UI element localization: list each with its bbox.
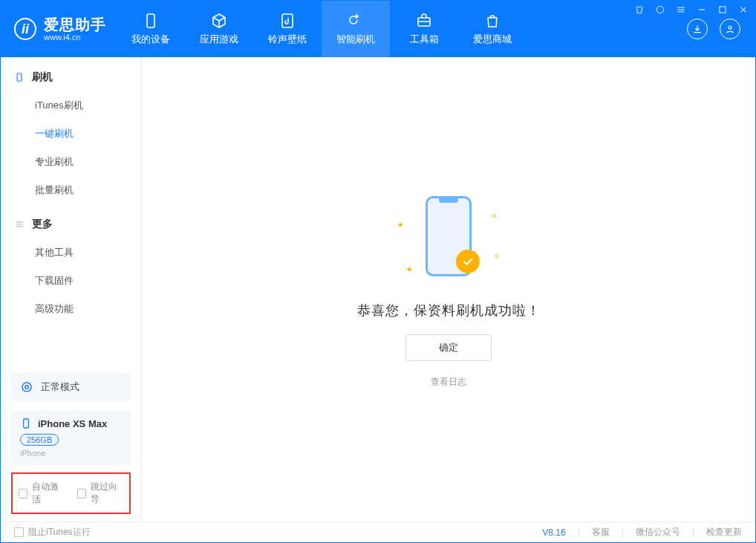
menu-icon[interactable] <box>676 4 686 17</box>
nav-ringtones[interactable]: 铃声壁纸 <box>253 1 322 57</box>
download-button[interactable] <box>687 19 708 39</box>
version-label: V8.16 <box>542 527 565 538</box>
app-name: 爱思助手 <box>44 16 106 33</box>
checkbox-icon <box>14 527 24 537</box>
sparkle-icon: ✦ <box>397 220 404 230</box>
sidebar-item-oneclick-flash[interactable]: 一键刷机 <box>1 120 141 148</box>
device-type: iPhone <box>20 449 122 458</box>
main-nav: 我的设备 应用游戏 铃声壁纸 智能刷机 工具箱 爱思商城 <box>117 1 527 57</box>
logo-icon: ii <box>14 18 36 40</box>
checkbox-auto-activate[interactable]: 自动激活 <box>19 481 65 506</box>
nav-label: 工具箱 <box>410 33 439 46</box>
toolbox-icon <box>415 12 433 30</box>
mode-card[interactable]: 正常模式 <box>11 373 131 401</box>
shirt-icon[interactable] <box>634 4 645 17</box>
close-button[interactable] <box>738 4 749 17</box>
mode-label: 正常模式 <box>41 380 79 394</box>
minimize-button[interactable] <box>697 4 707 17</box>
svg-point-8 <box>25 386 29 389</box>
nav-label: 我的设备 <box>131 33 170 46</box>
sidebar-group-label: 刷机 <box>32 71 53 84</box>
sidebar-group-flash: 刷机 <box>1 57 141 91</box>
checkbox-label: 自动激活 <box>32 481 65 506</box>
music-icon <box>278 12 296 30</box>
nav-toolbox[interactable]: 工具箱 <box>390 1 458 57</box>
svg-point-3 <box>729 26 731 29</box>
footer-link-support[interactable]: 客服 <box>592 526 610 539</box>
svg-point-4 <box>656 6 663 13</box>
logo-area: ii 爱思助手 www.i4.cn <box>1 1 117 57</box>
ok-button[interactable]: 确定 <box>405 334 492 361</box>
view-log-link[interactable]: 查看日志 <box>431 376 466 388</box>
refresh-icon <box>347 12 365 30</box>
nav-label: 铃声壁纸 <box>268 33 307 46</box>
nav-label: 爱思商城 <box>473 33 512 46</box>
svg-rect-1 <box>282 14 293 27</box>
device-name: iPhone XS Max <box>38 418 107 429</box>
sidebar-group-more: 更多 <box>1 204 141 238</box>
svg-rect-6 <box>17 74 22 82</box>
nav-my-device[interactable]: 我的设备 <box>117 1 185 57</box>
check-circle-icon <box>456 250 480 273</box>
title-bar: ii 爱思助手 www.i4.cn 我的设备 应用游戏 铃声壁纸 智能刷机 工具… <box>1 1 755 57</box>
sidebar-item-batch-flash[interactable]: 批量刷机 <box>1 176 141 204</box>
window-controls <box>634 4 749 17</box>
svg-point-7 <box>22 383 31 391</box>
checkbox-icon <box>19 489 27 498</box>
status-bar: 阻止iTunes运行 V8.16 | 客服 | 微信公众号 | 检查更新 <box>1 521 755 542</box>
sidebar-item-download-firmware[interactable]: 下载固件 <box>1 267 141 295</box>
sidebar: 刷机 iTunes刷机 一键刷机 专业刷机 批量刷机 更多 其他工具 下载固件 … <box>1 57 142 521</box>
nav-label: 应用游戏 <box>200 33 238 46</box>
sidebar-item-pro-flash[interactable]: 专业刷机 <box>1 148 141 176</box>
nav-label: 智能刷机 <box>336 33 375 46</box>
app-domain: www.i4.cn <box>44 33 106 42</box>
svg-rect-5 <box>720 7 726 13</box>
footer-link-wechat[interactable]: 微信公众号 <box>636 526 680 539</box>
cube-icon <box>210 12 228 30</box>
circle-icon[interactable] <box>655 4 665 17</box>
success-message: 恭喜您，保资料刷机成功啦！ <box>357 302 541 319</box>
bag-icon <box>483 12 501 30</box>
options-highlight-box: 自动激活 跳过向导 <box>11 472 131 514</box>
sidebar-item-other-tools[interactable]: 其他工具 <box>1 238 141 267</box>
checkbox-skip-guide[interactable]: 跳过向导 <box>77 481 124 506</box>
svg-rect-9 <box>24 419 29 428</box>
footer-link-update[interactable]: 检查更新 <box>706 526 742 539</box>
device-card[interactable]: iPhone XS Max 256GB iPhone <box>11 410 131 465</box>
sidebar-item-advanced[interactable]: 高级功能 <box>1 295 141 323</box>
nav-flash[interactable]: 智能刷机 <box>322 1 390 57</box>
account-button[interactable] <box>720 19 740 39</box>
sparkle-icon: ✦ <box>405 264 413 275</box>
sparkle-icon: ✧ <box>490 211 498 221</box>
device-storage: 256GB <box>20 434 59 446</box>
svg-rect-0 <box>147 14 154 27</box>
maximize-button[interactable] <box>717 4 728 17</box>
checkbox-label: 跳过向导 <box>91 481 123 506</box>
nav-store[interactable]: 爱思商城 <box>458 1 527 57</box>
device-icon <box>142 12 160 30</box>
nav-apps[interactable]: 应用游戏 <box>185 1 253 57</box>
success-illustration: ✦ ✧ ✦ ✧ <box>389 190 508 287</box>
checkbox-icon <box>77 489 86 498</box>
main-content: ✦ ✧ ✦ ✧ 恭喜您，保资料刷机成功啦！ 确定 查看日志 <box>142 57 755 521</box>
checkbox-block-itunes[interactable]: 阻止iTunes运行 <box>14 526 91 539</box>
checkbox-label: 阻止iTunes运行 <box>28 526 91 539</box>
sparkle-icon: ✧ <box>493 251 501 261</box>
sidebar-item-itunes-flash[interactable]: iTunes刷机 <box>1 91 141 120</box>
sidebar-group-label: 更多 <box>32 218 53 231</box>
